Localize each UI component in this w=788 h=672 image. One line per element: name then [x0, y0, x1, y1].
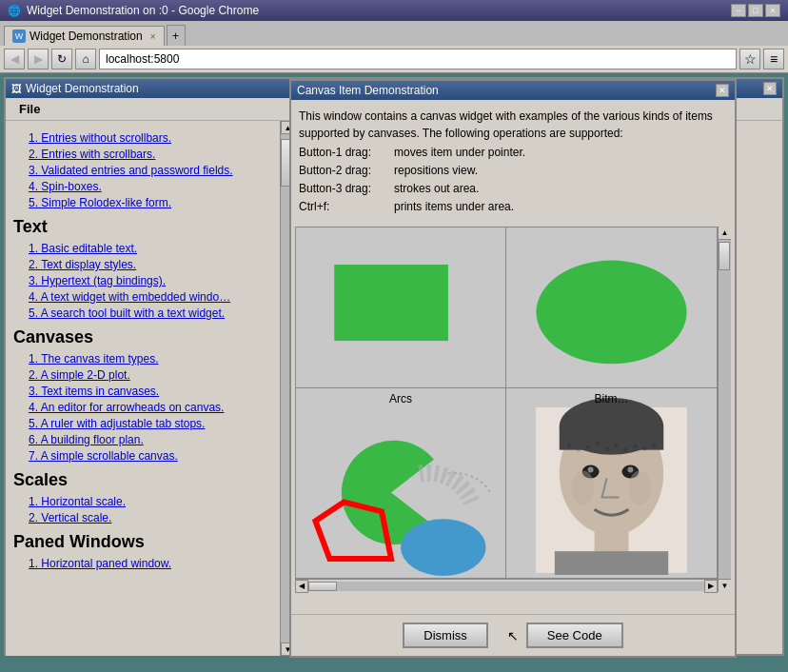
os-title-bar: 🌐 Widget Demonstration on :0 - Google Ch… — [0, 0, 788, 21]
sidebar-link-canvas-1[interactable]: 1. The canvas item types. — [29, 352, 159, 366]
scales-section-header: Scales — [13, 470, 276, 490]
browser-menu-button[interactable]: ≡ — [763, 49, 784, 69]
sidebar-link-entries-4[interactable]: 4. Spin-boxes. — [29, 180, 102, 193]
canvas-cell-topright[interactable] — [506, 227, 717, 387]
entries-link-list: 1. Entries without scrollbars. 2. Entrie… — [29, 130, 276, 209]
canvas-svg-topleft — [296, 227, 505, 387]
forward-button[interactable]: ▶ — [28, 49, 49, 69]
bookmark-button[interactable]: ☆ — [739, 49, 760, 69]
canvases-section-header: Canvases — [13, 327, 276, 347]
sidebar-link-text-3[interactable]: 3. Hypertext (tag bindings). — [29, 274, 166, 287]
canvas-scroll-thumb-h[interactable] — [308, 582, 337, 591]
sidebar-link-entries-5[interactable]: 5. Simple Rolodex-like form. — [29, 196, 171, 209]
svg-point-24 — [652, 444, 656, 447]
content-area: 1. Entries without scrollbars. 2. Entrie… — [6, 121, 782, 656]
scales-link-list: 1. Horizontal scale. 2. Vertical scale. — [29, 494, 276, 524]
canvas-scroll-left[interactable]: ◀ — [295, 580, 308, 593]
close-window-button[interactable]: × — [765, 4, 780, 17]
home-button[interactable]: ⌂ — [75, 49, 96, 69]
canvases-link-list: 1. The canvas item types. 2. A simple 2-… — [29, 351, 276, 463]
canvas-cell-bitmap[interactable]: Bitm… — [506, 388, 717, 578]
sidebar-link-canvas-5[interactable]: 5. A ruler with adjustable tab stops. — [29, 417, 205, 430]
reload-button[interactable]: ↻ — [51, 49, 72, 69]
tab-label: Widget Demonstration — [30, 30, 143, 43]
op-key-1: Button-2 drag: — [299, 162, 394, 179]
svg-point-23 — [642, 447, 646, 451]
sidebar-link-scales-1[interactable]: 1. Horizontal scale. — [29, 495, 126, 508]
svg-point-10 — [627, 467, 633, 473]
canvas-dialog-footer: Dismiss ↖ See Code — [291, 614, 735, 656]
sidebar-link-text-2[interactable]: 2. Text display styles. — [29, 258, 136, 271]
see-code-button[interactable]: See Code — [526, 623, 623, 648]
sidebar-link-canvas-2[interactable]: 2. A simple 2-D plot. — [29, 368, 130, 382]
canvas-hscrollbar[interactable]: ◀ ▶ — [295, 579, 718, 592]
svg-point-16 — [577, 448, 581, 452]
svg-point-15 — [567, 444, 571, 447]
operations-grid: Button-1 drag: moves item under pointer.… — [299, 144, 727, 215]
canvas-scroll-down[interactable]: ▼ — [719, 579, 731, 592]
canvas-scroll-track-h[interactable] — [308, 582, 704, 591]
canvas-svg-topright — [506, 227, 717, 387]
svg-point-1 — [536, 261, 686, 365]
canvas-top-row — [295, 227, 718, 388]
canvas-svg-bitmap — [506, 388, 717, 578]
sidebar-link-canvas-6[interactable]: 6. A building floor plan. — [29, 433, 144, 446]
svg-point-11 — [572, 471, 595, 505]
canvas-scroll-thumb-v[interactable] — [719, 242, 730, 270]
paned-windows-section-header: Paned Windows — [13, 532, 276, 552]
browser-chrome: W Widget Demonstration × + ◀ ▶ ↻ ⌂ local… — [0, 21, 788, 73]
canvas-widget-area[interactable]: ▲ ▼ — [295, 227, 731, 592]
canvas-svg-arcs — [296, 388, 505, 578]
svg-point-19 — [605, 447, 609, 451]
browser-tab[interactable]: W Widget Demonstration × — [4, 26, 165, 46]
navigation-bar: ◀ ▶ ↻ ⌂ localhost:5800 ☆ ≡ — [0, 46, 788, 72]
sidebar-link-entries-1[interactable]: 1. Entries without scrollbars. — [29, 131, 171, 145]
op-val-2: strokes out area. — [394, 180, 727, 197]
canvas-dialog-description: This window contains a canvas widget wit… — [299, 108, 727, 142]
canvas-cell-topleft[interactable] — [296, 227, 506, 387]
maximize-button[interactable]: □ — [748, 4, 763, 17]
window-title: Widget Demonstration — [26, 82, 139, 95]
canvas-scroll-right[interactable]: ▶ — [704, 580, 718, 593]
sidebar: 1. Entries without scrollbars. 2. Entrie… — [6, 121, 296, 656]
svg-rect-6 — [560, 426, 663, 450]
sidebar-link-entries-3[interactable]: 3. Validated entries and password fields… — [29, 164, 233, 177]
tab-close-button[interactable]: × — [150, 31, 156, 42]
svg-point-2 — [401, 519, 486, 576]
svg-point-12 — [628, 471, 651, 505]
address-bar[interactable]: localhost:5800 — [99, 49, 737, 69]
sidebar-link-entries-2[interactable]: 2. Entries with scrollbars. — [29, 148, 155, 161]
file-menu[interactable]: File — [13, 100, 46, 118]
canvas-bottom-row: Arcs — [295, 388, 718, 579]
minimize-button[interactable]: − — [731, 4, 746, 17]
window-icon: 🖼 — [11, 83, 22, 94]
back-button[interactable]: ◀ — [4, 49, 25, 69]
canvas-dialog-close-button[interactable]: ✕ — [716, 84, 729, 97]
sidebar-link-scales-2[interactable]: 2. Vertical scale. — [29, 511, 111, 524]
canvas-scroll-up[interactable]: ▲ — [719, 227, 731, 240]
address-text: localhost:5800 — [106, 52, 179, 66]
canvas-vscrollbar[interactable]: ▲ ▼ — [718, 227, 731, 592]
op-val-0: moves item under pointer. — [394, 144, 727, 161]
svg-point-9 — [588, 467, 594, 473]
sidebar-link-canvas-3[interactable]: 3. Text items in canvases. — [29, 385, 159, 398]
sidebar-link-canvas-4[interactable]: 4. An editor for arrowheads on canvas. — [29, 401, 224, 414]
canvas-cells-container: Arcs — [295, 227, 718, 579]
svg-point-22 — [633, 445, 637, 448]
new-tab-button[interactable]: + — [167, 25, 186, 46]
sidebar-link-text-4[interactable]: 4. A text widget with embedded windo… — [29, 290, 230, 304]
dismiss-button[interactable]: Dismiss — [403, 623, 488, 648]
sidebar-link-paned-1[interactable]: 1. Horizontal paned window. — [29, 557, 171, 570]
tab-bar: W Widget Demonstration × + — [0, 21, 788, 46]
sidebar-link-canvas-7[interactable]: 7. A simple scrollable canvas. — [29, 449, 178, 463]
op-val-3: prints items under area. — [394, 198, 727, 215]
sidebar-link-text-5[interactable]: 5. A search tool built with a text widge… — [29, 306, 225, 320]
window-close-button[interactable]: ✕ — [763, 82, 777, 95]
tab-icon: W — [12, 30, 26, 43]
op-key-3: Ctrl+f: — [299, 198, 394, 215]
canvas-cell-arcs[interactable]: Arcs — [296, 388, 506, 578]
sidebar-link-text-1[interactable]: 1. Basic editable text. — [29, 242, 137, 255]
svg-rect-0 — [335, 266, 448, 341]
canvas-scroll-track-v[interactable] — [719, 240, 731, 579]
text-section-header: Text — [13, 217, 276, 237]
